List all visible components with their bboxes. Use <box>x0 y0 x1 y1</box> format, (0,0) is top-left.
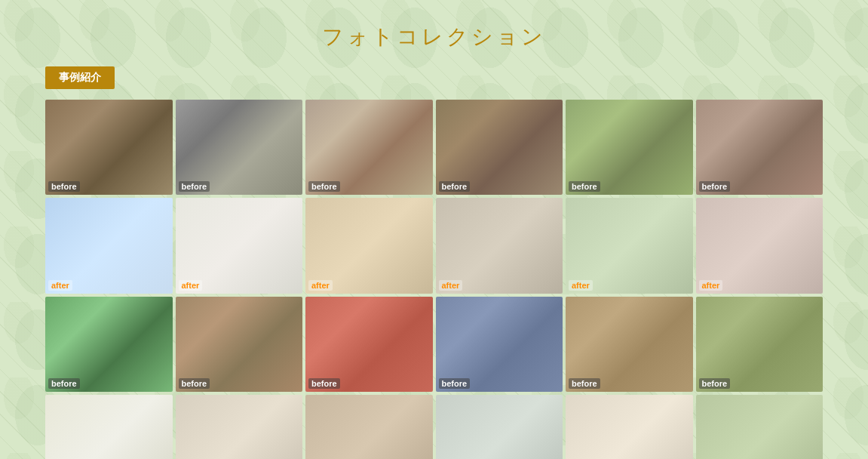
photo-after-8[interactable]: after <box>176 395 303 459</box>
photo-pair-9: before after <box>305 297 433 459</box>
photo-before-5[interactable]: before <box>566 100 693 195</box>
photo-after-4[interactable]: after <box>436 198 563 293</box>
photo-pair-1: before after <box>45 100 173 294</box>
before-label: before <box>48 378 80 389</box>
photo-after-9[interactable]: after <box>305 395 433 459</box>
photo-pair-11: before after <box>566 297 693 459</box>
page-wrapper: フォトコレクション 事例紹介 before after before after… <box>45 15 823 459</box>
after-label: after <box>439 280 463 291</box>
photo-pair-2: before after <box>176 100 303 294</box>
before-label: before <box>439 181 471 192</box>
photo-after-7[interactable]: after <box>45 395 173 459</box>
photo-before-12[interactable]: before <box>696 297 824 392</box>
after-label: after <box>179 280 203 291</box>
photo-pair-3: before after <box>305 100 433 294</box>
photo-pair-5: before after <box>566 100 693 294</box>
photo-pair-4: before after <box>436 100 563 294</box>
after-label: after <box>569 280 593 291</box>
photo-pair-10: before after <box>436 297 563 459</box>
before-label: before <box>48 181 80 192</box>
before-label: before <box>569 181 600 192</box>
before-label: before <box>699 181 731 192</box>
photo-after-12[interactable]: after <box>696 395 824 459</box>
photo-before-10[interactable]: before <box>436 297 563 392</box>
photo-before-7[interactable]: before <box>45 297 173 392</box>
before-label: before <box>308 378 340 389</box>
photo-before-9[interactable]: before <box>305 297 433 392</box>
photo-before-1[interactable]: before <box>45 100 173 195</box>
photo-before-3[interactable]: before <box>305 100 433 195</box>
photo-before-6[interactable]: before <box>696 100 824 195</box>
photo-grid: before after before after before after <box>45 100 823 459</box>
section-tag: 事例紹介 <box>45 66 115 89</box>
before-label: before <box>179 378 210 389</box>
photo-pair-12: before after <box>696 297 824 459</box>
page-title: フォトコレクション <box>45 15 823 51</box>
photo-before-8[interactable]: before <box>176 297 303 392</box>
photo-after-2[interactable]: after <box>176 198 303 293</box>
after-label: after <box>308 280 333 291</box>
photo-pair-7: before after <box>45 297 173 459</box>
before-label: before <box>699 378 731 389</box>
before-label: before <box>439 378 471 389</box>
photo-after-6[interactable]: after <box>696 198 824 293</box>
before-label: before <box>308 181 340 192</box>
after-label: after <box>48 280 72 291</box>
photo-pair-6: before after <box>696 100 824 294</box>
photo-after-5[interactable]: after <box>566 198 693 293</box>
before-label: before <box>569 378 600 389</box>
photo-after-11[interactable]: after <box>566 395 693 459</box>
photo-after-10[interactable]: after <box>436 395 563 459</box>
photo-after-3[interactable]: after <box>305 198 433 293</box>
photo-before-11[interactable]: before <box>566 297 693 392</box>
before-label: before <box>179 181 210 192</box>
photo-before-4[interactable]: before <box>436 100 563 195</box>
photo-before-2[interactable]: before <box>176 100 303 195</box>
after-label: after <box>699 280 723 291</box>
photo-pair-8: before after <box>176 297 303 459</box>
photo-after-1[interactable]: after <box>45 198 173 293</box>
